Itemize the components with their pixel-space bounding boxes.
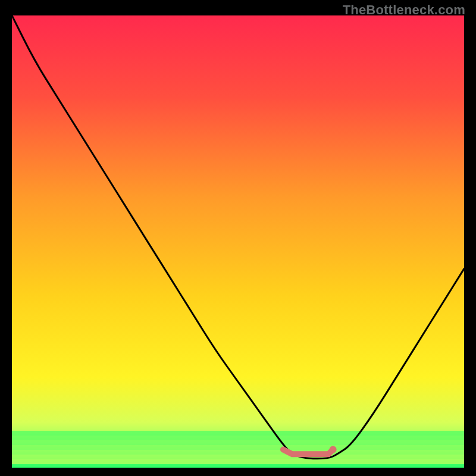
chart-frame: TheBottleneck.com [0,0,476,476]
plot-area [12,15,464,468]
marker-segment [283,450,333,455]
marker-dot [330,446,337,453]
curve-path [12,15,464,459]
curve-layer [12,15,464,468]
